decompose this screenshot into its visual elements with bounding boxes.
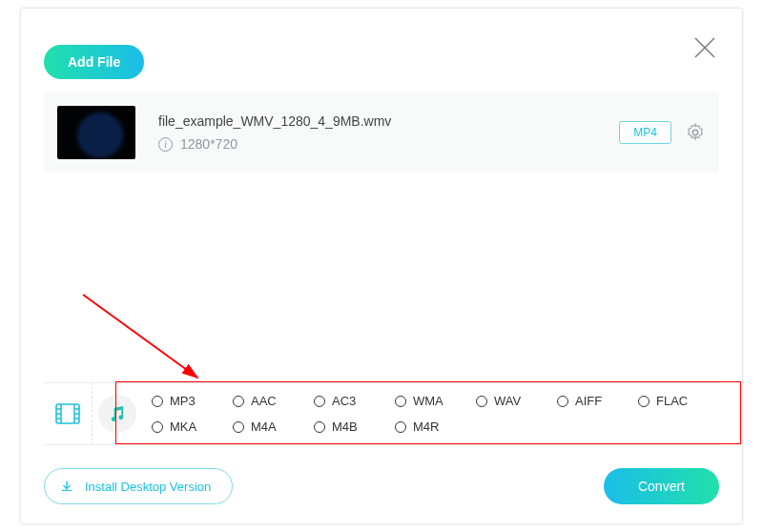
format-option-label: M4B — [332, 419, 358, 434]
music-note-icon — [108, 405, 126, 423]
format-option-m4b[interactable]: M4B — [314, 419, 395, 434]
video-formats-tab[interactable] — [44, 382, 93, 445]
file-thumbnail[interactable] — [57, 106, 135, 159]
format-option-mka[interactable]: MKA — [152, 419, 233, 434]
radio-icon — [314, 421, 325, 433]
format-option-ac3[interactable]: AC3 — [314, 394, 395, 408]
gear-icon — [685, 122, 706, 143]
radio-icon — [233, 396, 244, 407]
svg-line-12 — [83, 295, 197, 378]
radio-icon — [152, 396, 163, 407]
convert-button[interactable]: Convert — [604, 468, 719, 504]
radio-icon — [314, 396, 325, 407]
format-option-wav[interactable]: WAV — [476, 394, 557, 408]
format-option-m4r[interactable]: M4R — [395, 419, 476, 434]
radio-icon — [233, 421, 244, 433]
film-strip-icon — [55, 403, 80, 424]
format-option-flac[interactable]: FLAC — [638, 394, 719, 408]
output-format-badge[interactable]: MP4 — [619, 121, 671, 144]
audio-formats-tab[interactable] — [93, 382, 142, 445]
format-option-m4a[interactable]: M4A — [233, 419, 314, 434]
install-desktop-button[interactable]: Install Desktop Version — [44, 468, 233, 504]
file-item: file_example_WMV_1280_4_9MB.wmv i 1280*7… — [44, 92, 719, 173]
format-option-mp3[interactable]: MP3 — [152, 394, 233, 408]
format-option-label: WAV — [494, 394, 521, 408]
radio-icon — [476, 396, 487, 407]
settings-button[interactable] — [685, 122, 706, 143]
format-panel: MP3AACAC3WMAWAVAIFFFLAC MKAM4AM4BM4R — [44, 382, 719, 445]
close-button[interactable] — [691, 33, 719, 62]
install-desktop-label: Install Desktop Version — [85, 480, 211, 494]
format-option-label: AAC — [251, 394, 277, 408]
format-option-wma[interactable]: WMA — [395, 394, 476, 408]
file-name: file_example_WMV_1280_4_9MB.wmv — [158, 113, 619, 129]
app-window: Add File file_example_WMV_1280_4_9MB.wmv… — [21, 9, 742, 523]
file-resolution: 1280*720 — [180, 136, 237, 152]
format-option-label: MKA — [170, 419, 196, 434]
file-metadata: file_example_WMV_1280_4_9MB.wmv i 1280*7… — [158, 113, 619, 152]
radio-icon — [395, 421, 406, 433]
audio-format-grid: MP3AACAC3WMAWAVAIFFFLAC MKAM4AM4BM4R — [142, 383, 719, 444]
annotation-arrow — [78, 290, 212, 390]
format-option-label: FLAC — [656, 394, 688, 408]
format-option-aiff[interactable]: AIFF — [557, 394, 638, 408]
format-option-label: M4A — [251, 419, 277, 434]
radio-icon — [152, 421, 163, 433]
format-option-label: M4R — [413, 419, 439, 434]
info-icon[interactable]: i — [158, 137, 173, 152]
radio-icon — [395, 396, 406, 407]
footer-bar: Install Desktop Version Convert — [44, 468, 719, 504]
svg-point-2 — [692, 130, 698, 135]
format-option-label: MP3 — [170, 394, 196, 408]
format-option-label: AC3 — [332, 394, 356, 408]
download-icon — [60, 480, 73, 493]
add-file-button[interactable]: Add File — [44, 45, 144, 79]
radio-icon — [638, 396, 650, 407]
format-option-label: WMA — [413, 394, 443, 408]
format-option-aac[interactable]: AAC — [233, 394, 314, 408]
radio-icon — [557, 396, 568, 407]
close-icon — [691, 33, 719, 62]
format-option-label: AIFF — [575, 394, 602, 408]
